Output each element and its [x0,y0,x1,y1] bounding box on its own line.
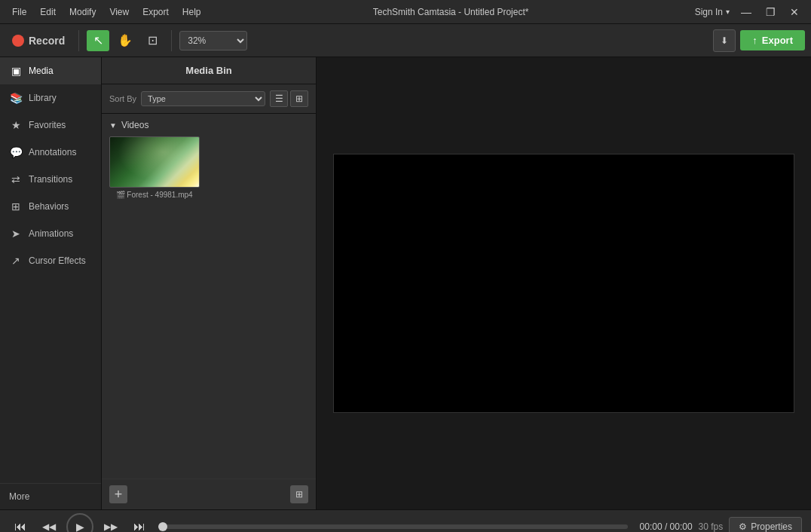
hand-icon: ✋ [118,33,133,47]
cursor-effects-icon: ↗ [9,255,23,267]
export-label: Export [762,35,793,46]
play-icon: ▶ [76,521,84,533]
video-file-icon: 🎬 [116,191,125,199]
annotations-icon: 💬 [9,146,23,158]
download-icon: ⬇ [721,35,728,46]
toolbar-right: ⬇ ↑ Export [713,29,805,52]
skip-forward-button[interactable]: ⏭ [128,515,151,533]
skip-back-icon: ⏮ [14,520,26,533]
forest-thumbnail [109,136,200,188]
animations-icon: ➤ [9,228,23,240]
gear-icon: ⚙ [739,521,747,532]
sidebar-animations-label: Animations [29,228,73,239]
videos-section-label: Videos [121,120,148,130]
main-content: ▣ Media 📚 Library ★ Favorites 💬 Annotati… [0,57,811,509]
view-buttons: ☰ ⊞ [270,90,308,107]
sidebar: ▣ Media 📚 Library ★ Favorites 💬 Annotati… [0,57,102,509]
sidebar-annotations-label: Annotations [29,147,76,157]
sign-in-label: Sign In [695,7,723,17]
step-back-icon: ◀◀ [42,521,56,532]
sidebar-item-library[interactable]: 📚 Library [0,84,101,112]
progress-bar[interactable] [163,524,628,529]
grid-view-button[interactable]: ⊞ [290,90,308,107]
restore-button[interactable]: ❐ [760,4,781,20]
menu-help[interactable]: Help [176,5,207,19]
sidebar-behaviors-label: Behaviors [29,201,69,212]
sidebar-media-label: Media [29,66,54,76]
forest-name-label: Forest - 49981.mp4 [127,191,192,199]
favorites-icon: ★ [9,119,23,131]
sidebar-item-behaviors[interactable]: ⊞ Behaviors [0,193,101,220]
add-media-button[interactable]: + [109,485,127,503]
properties-label: Properties [751,521,792,532]
media-item-forest[interactable]: 🎬 Forest - 49981.mp4 [109,136,200,199]
media-icon: ▣ [9,65,23,77]
menu-file[interactable]: File [6,5,32,19]
preview-area [317,57,811,509]
videos-section-header[interactable]: ▼ Videos [109,120,308,130]
time-display: 00:00 / 00:00 [640,521,693,532]
library-icon: 📚 [9,92,23,104]
crop-tool-button[interactable]: ⊡ [141,30,164,51]
transport-bar: ⏮ ◀◀ ▶ ▶▶ ⏭ 00:00 / 00:00 30 fps ⚙ Prope… [0,510,811,532]
main-toolbar: Record ↖ ✋ ⊡ 32% 10% 16% 25% 50% 75% 100… [0,24,811,57]
select-icon: ↖ [93,33,103,47]
media-content: ▼ Videos 🎬 Forest - 49981.mp4 [102,114,316,478]
sidebar-favorites-label: Favorites [29,120,66,130]
progress-handle[interactable] [158,522,167,531]
media-panel-bottom: + ⊞ [102,478,316,509]
menu-edit[interactable]: Edit [34,5,62,19]
media-grid-toggle[interactable]: ⊞ [290,485,308,503]
videos-collapse-arrow: ▼ [109,121,117,130]
download-button[interactable]: ⬇ [713,29,736,52]
sidebar-more-button[interactable]: More [0,483,101,509]
bottom-section: ⏮ ◀◀ ▶ ▶▶ ⏭ 00:00 / 00:00 30 fps ⚙ Prope… [0,509,811,532]
sort-select[interactable]: Type Name Date Added Duration [141,91,265,106]
step-forward-button[interactable]: ▶▶ [99,515,122,533]
sidebar-item-annotations[interactable]: 💬 Annotations [0,139,101,166]
media-bin-title: Media Bin [102,57,316,84]
fps-display: 30 fps [699,521,724,532]
preview-canvas [333,154,794,413]
sidebar-item-favorites[interactable]: ★ Favorites [0,112,101,139]
sidebar-item-media[interactable]: ▣ Media [0,57,101,84]
record-dot [12,35,24,47]
properties-button[interactable]: ⚙ Properties [729,517,802,533]
sign-in-area[interactable]: Sign In ▾ [695,7,730,17]
close-button[interactable]: ✕ [784,4,805,20]
toolbar-separator-2 [171,30,172,51]
skip-back-button[interactable]: ⏮ [9,515,32,533]
menu-view[interactable]: View [103,5,135,19]
toolbar-separator-1 [78,30,79,51]
step-back-button[interactable]: ◀◀ [38,515,60,533]
menu-modify[interactable]: Modify [63,5,102,19]
window-controls: — ❐ ✕ [736,4,805,20]
more-label: More [9,491,29,502]
media-grid: 🎬 Forest - 49981.mp4 [109,136,308,199]
select-tool-button[interactable]: ↖ [87,30,109,51]
record-button[interactable]: Record [6,32,71,50]
sidebar-library-label: Library [29,93,57,103]
title-bar: File Edit Modify View Export Help TechSm… [0,0,811,24]
play-button[interactable]: ▶ [66,513,93,533]
sidebar-item-transitions[interactable]: ⇄ Transitions [0,166,101,193]
menu-export[interactable]: Export [136,5,175,19]
export-button[interactable]: ↑ Export [740,30,805,50]
menu-bar: File Edit Modify View Export Help [6,5,207,19]
export-icon: ↑ [752,35,757,46]
media-panel: Media Bin Sort By Type Name Date Added D… [102,57,317,509]
minimize-button[interactable]: — [736,4,757,20]
record-label: Record [29,35,65,47]
list-view-button[interactable]: ☰ [270,90,288,107]
sidebar-transitions-label: Transitions [29,174,72,185]
sidebar-cursor-effects-label: Cursor Effects [29,255,86,266]
zoom-dropdown[interactable]: 32% 10% 16% 25% 50% 75% 100% [179,31,247,50]
sidebar-item-cursor-effects[interactable]: ↗ Cursor Effects [0,247,101,274]
sidebar-item-animations[interactable]: ➤ Animations [0,220,101,247]
transitions-icon: ⇄ [9,173,23,185]
hand-tool-button[interactable]: ✋ [114,30,136,51]
crop-icon: ⊡ [148,33,158,47]
step-forward-icon: ▶▶ [104,521,118,532]
forest-filename: 🎬 Forest - 49981.mp4 [109,191,200,199]
sign-in-dropdown-arrow: ▾ [726,8,730,16]
